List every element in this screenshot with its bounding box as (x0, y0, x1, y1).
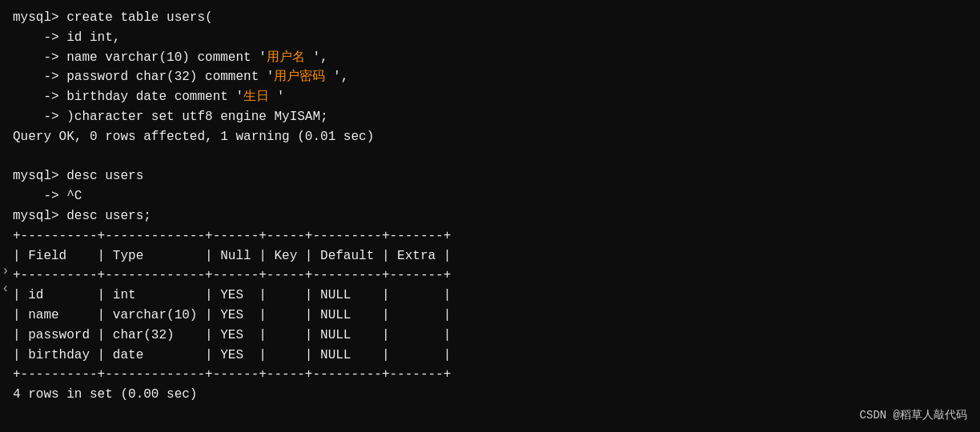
terminal-line: -> birthday date comment '生日 ' (13, 87, 967, 107)
line-text: -> id int, (13, 30, 120, 45)
table-row-id: | id | int | YES | | NULL | | (13, 286, 967, 306)
terminal-line: mysql> create table users( (13, 8, 967, 28)
result-count-text: 4 rows in set (0.00 sec) (13, 387, 197, 402)
scroll-right-arrow: › (2, 264, 10, 278)
table-row-birthday: | birthday | date | YES | | NULL | | (13, 346, 967, 366)
terminal-line: mysql> desc users; (13, 206, 967, 226)
terminal-line: -> id int, (13, 28, 967, 48)
terminal-line: -> ^C (13, 186, 967, 206)
table-separator-header: +----------+-------------+------+-----+-… (13, 266, 967, 286)
terminal-line: -> name varchar(10) comment '用户名 ', (13, 48, 967, 68)
line-text: mysql> desc users; (13, 209, 151, 223)
watermark: CSDN @稻草人敲代码 (860, 408, 967, 422)
line-text-cn: 用户密码 (274, 70, 333, 84)
terminal-line (13, 147, 967, 167)
terminal-line: Query OK, 0 rows affected, 1 warning (0.… (13, 127, 967, 147)
result-count: 4 rows in set (0.00 sec) (13, 385, 967, 405)
scroll-left-arrow: ‹ (2, 282, 10, 296)
line-text: ', (333, 70, 348, 84)
table-row-password: | password | char(32) | YES | | NULL | | (13, 326, 967, 346)
line-text: -> ^C (13, 189, 82, 203)
line-text: ', (312, 50, 327, 65)
scroll-arrows: › ‹ (0, 264, 10, 296)
line-text: -> birthday date comment ' (13, 90, 243, 104)
table-header: | Field | Type | Null | Key | Default | … (13, 246, 967, 266)
terminal-line: -> password char(32) comment '用户密码 ', (13, 67, 967, 87)
terminal-line: mysql> desc users (13, 166, 967, 186)
line-text-cn: 用户名 (267, 50, 313, 65)
table-separator-bottom: +----------+-------------+------+-----+-… (13, 365, 967, 385)
line-text: mysql> create table users( (13, 10, 213, 25)
line-text: -> )character set utf8 engine MyISAM; (13, 110, 328, 124)
line-text: -> name varchar(10) comment ' (13, 50, 267, 65)
line-text: mysql> desc users (13, 169, 143, 183)
line-text-cn: 生日 (243, 90, 277, 104)
line-text: -> password char(32) comment ' (13, 70, 274, 84)
line-text: Query OK, 0 rows affected, 1 warning (0.… (13, 130, 374, 144)
line-text: ' (277, 90, 285, 104)
terminal-window: mysql> create table users( -> id int, ->… (0, 0, 980, 432)
terminal-content: mysql> create table users( -> id int, ->… (13, 8, 967, 405)
terminal-line: -> )character set utf8 engine MyISAM; (13, 107, 967, 127)
line-text (13, 150, 21, 164)
table-row-name: | name | varchar(10) | YES | | NULL | | (13, 306, 967, 326)
table-separator-top: +----------+-------------+------+-----+-… (13, 226, 967, 246)
